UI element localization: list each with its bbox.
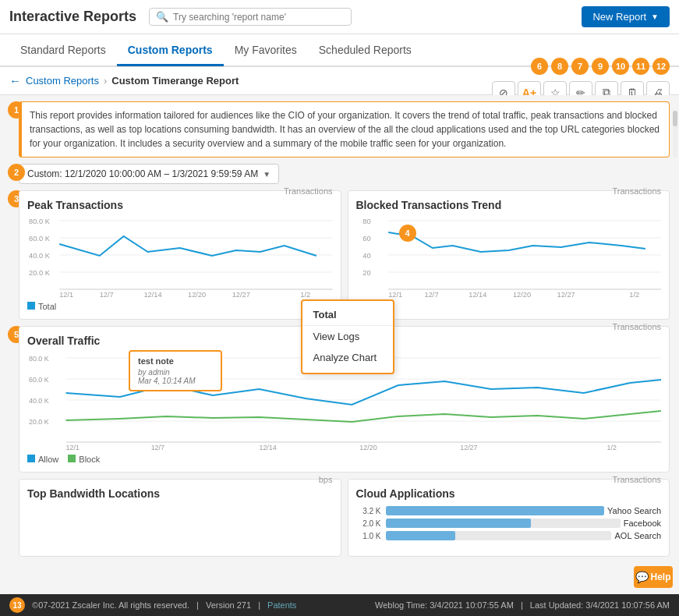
fb-fill bbox=[386, 519, 532, 528]
breadcrumb-row: ← Custom Reports › Custom Timerange Repo… bbox=[0, 67, 679, 95]
svg-text:12/14: 12/14 bbox=[469, 291, 486, 299]
tab-custom-reports[interactable]: Custom Reports bbox=[117, 36, 224, 66]
svg-text:40.0 K: 40.0 K bbox=[29, 397, 49, 405]
allow-dot bbox=[27, 455, 35, 462]
aol-name: AOL Search bbox=[614, 531, 661, 540]
footer-left: 13 ©07-2021 Zscaler Inc. All rights rese… bbox=[9, 597, 296, 613]
view-logs-item[interactable]: View Logs bbox=[302, 326, 393, 347]
new-report-arrow: ▼ bbox=[651, 12, 659, 21]
blocked-chart-unit: Transactions bbox=[612, 186, 661, 196]
total-legend-dot bbox=[27, 302, 35, 310]
blocked-transactions-card: Blocked Transactions Trend Transactions … bbox=[348, 190, 670, 320]
help-icon: 💬 bbox=[635, 571, 649, 583]
analyze-chart-item[interactable]: Analyze Chart bbox=[302, 347, 393, 368]
svg-text:12/1: 12/1 bbox=[59, 291, 73, 299]
date-range-section: 2 Custom: 12/1/2020 10:00:00 AM – 1/3/20… bbox=[19, 164, 670, 184]
svg-text:12/14: 12/14 bbox=[259, 444, 276, 451]
bottom-charts-grid: Top Bandwidth Locations bps Cloud Applic… bbox=[19, 479, 670, 557]
breadcrumb-separator: › bbox=[104, 75, 107, 87]
tab-my-favorites[interactable]: My Favorites bbox=[224, 36, 308, 66]
footer-weblog-time: Weblog Time: 3/4/2021 10:07:55 AM bbox=[375, 600, 514, 610]
blocked-chart-title: Blocked Transactions Trend bbox=[356, 199, 502, 211]
allow-label: Allow bbox=[38, 455, 58, 464]
scrollbar[interactable] bbox=[673, 111, 677, 158]
breadcrumb-parent[interactable]: Custom Reports bbox=[26, 75, 99, 87]
help-button[interactable]: 💬 Help bbox=[634, 566, 673, 588]
svg-text:1/2: 1/2 bbox=[629, 291, 639, 299]
svg-text:12/20: 12/20 bbox=[512, 291, 530, 299]
badge-8: 8 bbox=[551, 58, 568, 75]
svg-text:12/20: 12/20 bbox=[188, 291, 206, 299]
footer-right: Weblog Time: 3/4/2021 10:07:55 AM | Last… bbox=[375, 600, 670, 610]
tab-standard-reports[interactable]: Standard Reports bbox=[9, 36, 117, 66]
search-box[interactable]: 🔍 bbox=[149, 8, 352, 26]
svg-text:12/27: 12/27 bbox=[557, 291, 575, 299]
top-header: Interactive Reports 🔍 New Report ▼ bbox=[0, 0, 679, 34]
yahoo-track bbox=[386, 506, 605, 515]
svg-text:60: 60 bbox=[362, 235, 370, 243]
cloud-apps-unit: Transactions bbox=[612, 475, 661, 484]
date-range-arrow: ▼ bbox=[263, 170, 271, 179]
overall-chart-unit: Transactions bbox=[612, 322, 661, 331]
cloud-apps-title: Cloud Applications bbox=[356, 487, 455, 500]
svg-text:40: 40 bbox=[362, 252, 370, 260]
badge-2: 2 bbox=[8, 164, 25, 181]
svg-text:12/14: 12/14 bbox=[143, 291, 161, 299]
note-by: by admin Mar 4, 10:14 AM bbox=[138, 368, 213, 385]
footer-version: Version 271 bbox=[206, 600, 251, 610]
badge-12: 12 bbox=[652, 58, 670, 75]
badge-11: 11 bbox=[632, 58, 649, 75]
bar-facebook: 2.0 K Facebook bbox=[356, 519, 662, 528]
peak-chart-area: 80.0 K 60.0 K 40.0 K 20.0 K 12/1 12/7 12… bbox=[27, 213, 333, 299]
yahoo-val: 3.2 K bbox=[356, 507, 381, 515]
scrollbar-thumb[interactable] bbox=[673, 111, 677, 126]
aol-track bbox=[386, 531, 612, 540]
help-label: Help bbox=[650, 572, 670, 582]
date-range-selector[interactable]: Custom: 12/1/2020 10:00:00 AM – 1/3/2021… bbox=[19, 164, 279, 184]
app-title: Interactive Reports bbox=[9, 9, 136, 25]
footer-copyright: ©07-2021 Zscaler Inc. All rights reserve… bbox=[32, 600, 189, 610]
description-section: 1 This report provides information tailo… bbox=[19, 101, 670, 158]
context-menu-title: Total bbox=[302, 306, 393, 326]
badge-6: 6 bbox=[531, 58, 548, 75]
svg-text:1/2: 1/2 bbox=[300, 291, 310, 299]
new-report-button[interactable]: New Report ▼ bbox=[582, 6, 670, 27]
back-button[interactable]: ← bbox=[9, 74, 21, 87]
badge-10: 10 bbox=[612, 58, 629, 75]
overall-chart-legend: Allow Block bbox=[27, 455, 661, 464]
description-box: This report provides information tailore… bbox=[19, 101, 670, 158]
charts-section: 3 Peak Transactions Transactions bbox=[19, 190, 670, 320]
badge-4: 4 bbox=[399, 225, 416, 242]
bandwidth-unit: bps bbox=[319, 475, 333, 484]
footer-patents[interactable]: Patents bbox=[267, 600, 296, 610]
aol-val: 1.0 K bbox=[356, 532, 381, 540]
badge-13: 13 bbox=[9, 597, 25, 613]
description-text: This report provides information tailore… bbox=[30, 110, 660, 149]
search-input[interactable] bbox=[173, 12, 345, 23]
svg-text:12/7: 12/7 bbox=[100, 291, 114, 299]
breadcrumb: ← Custom Reports › Custom Timerange Repo… bbox=[9, 74, 239, 87]
svg-text:60.0 K: 60.0 K bbox=[29, 235, 50, 243]
top-charts-grid: Peak Transactions Transactions 80.0 K 60… bbox=[19, 190, 670, 320]
svg-text:1/2: 1/2 bbox=[607, 444, 617, 451]
badge-7: 7 bbox=[571, 58, 589, 75]
svg-text:12/27: 12/27 bbox=[232, 291, 250, 299]
peak-chart-unit: Transactions bbox=[284, 186, 333, 196]
block-dot bbox=[68, 455, 76, 462]
note-popup: test note by admin Mar 4, 10:14 AM bbox=[129, 350, 222, 391]
breadcrumb-current: Custom Timerange Report bbox=[111, 75, 239, 87]
svg-text:20: 20 bbox=[362, 269, 370, 277]
yahoo-fill bbox=[386, 506, 605, 515]
svg-text:20.0 K: 20.0 K bbox=[29, 269, 50, 277]
svg-text:60.0 K: 60.0 K bbox=[29, 376, 49, 384]
note-title: test note bbox=[138, 356, 213, 366]
badge-9: 9 bbox=[592, 58, 609, 75]
svg-text:12/20: 12/20 bbox=[359, 444, 377, 451]
peak-chart-legend: Total bbox=[27, 302, 333, 311]
new-report-label: New Report bbox=[592, 11, 646, 23]
svg-text:80.0 K: 80.0 K bbox=[29, 355, 49, 363]
fb-track bbox=[386, 519, 621, 528]
search-icon: 🔍 bbox=[156, 11, 168, 23]
tab-scheduled-reports[interactable]: Scheduled Reports bbox=[308, 36, 423, 66]
fb-val: 2.0 K bbox=[356, 519, 381, 528]
